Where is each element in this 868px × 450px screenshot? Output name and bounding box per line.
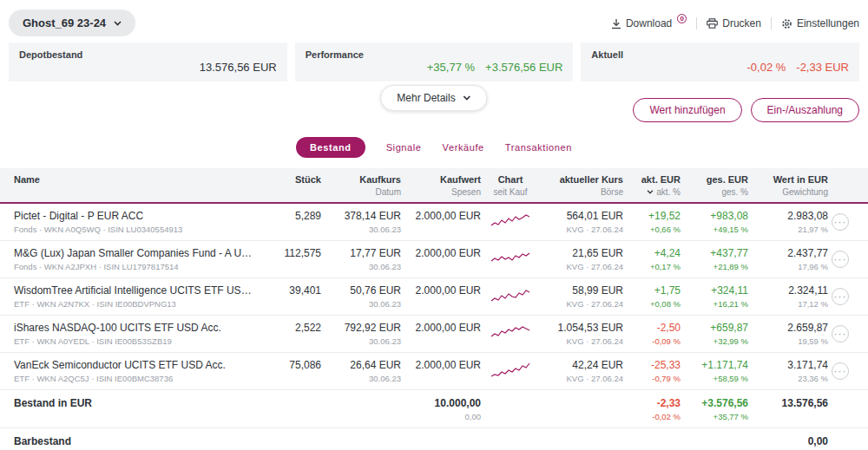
divider bbox=[696, 17, 697, 29]
akt-pct-value: -0,09 % bbox=[627, 336, 681, 346]
col-akt-eur[interactable]: akt. EUR akt. % bbox=[627, 174, 681, 197]
table-row: iShares NASDAQ-100 UCITS ETF USD Acc. ET… bbox=[0, 316, 868, 353]
boerse-info: KVG · 27.06.24 bbox=[540, 336, 623, 346]
col-chart: Chart seit Kauf bbox=[484, 174, 536, 197]
performance-value: +3.576,56 EUR bbox=[485, 61, 562, 74]
kaufkurs-value: 792,92 EUR bbox=[325, 322, 401, 334]
row-menu-button[interactable]: ··· bbox=[832, 213, 849, 231]
download-label: Download bbox=[626, 17, 672, 29]
summary-spesen: 0,00 bbox=[404, 412, 481, 421]
kurs-value: 21,65 EUR bbox=[540, 247, 623, 259]
row-menu-button[interactable]: ··· bbox=[832, 288, 849, 305]
gewichtung-value: 17,12 % bbox=[752, 299, 828, 309]
download-icon bbox=[611, 18, 621, 29]
tab-transaktionen[interactable]: Transaktionen bbox=[505, 142, 572, 153]
row-menu-button[interactable]: ··· bbox=[832, 325, 849, 342]
wert-value: 2.983,08 bbox=[752, 210, 828, 222]
kaufkurs-value: 17,77 EUR bbox=[325, 247, 401, 259]
kauf-datum: 30.06.23 bbox=[325, 374, 401, 383]
table-row: M&G (Lux) Japan Smaller Companies Fund -… bbox=[0, 241, 868, 278]
kaufwert-value: 2.000,00 EUR bbox=[404, 210, 481, 222]
position-name[interactable]: WisdomTree Artificial Intelligence UCITS… bbox=[14, 284, 257, 297]
tab-bar: Bestand Signale Verkäufe Transaktionen bbox=[0, 137, 868, 158]
kaufwert-value: 2.000,00 EUR bbox=[404, 322, 481, 334]
gear-icon bbox=[781, 18, 792, 29]
summary-ges-pct: +35,77 % bbox=[684, 412, 748, 421]
kauf-datum: 30.06.23 bbox=[325, 336, 401, 346]
positions-table: Name Stück Kaufkurs Datum Kaufwert Spese… bbox=[0, 168, 868, 450]
wert-hinzufuegen-button[interactable]: Wert hinzufügen bbox=[633, 98, 741, 122]
chevron-down-icon bbox=[464, 95, 471, 101]
download-button[interactable]: Download 0 bbox=[611, 17, 687, 29]
depot-value: 13.576,56 EUR bbox=[200, 61, 277, 74]
ges-eur-value: +324,11 bbox=[684, 284, 748, 297]
summary-row-barbestand: Barbestand 0,00 bbox=[0, 428, 868, 450]
sort-chevron-icon[interactable] bbox=[647, 190, 654, 194]
summary-label: Barbestand bbox=[14, 435, 264, 447]
wert-value: 3.171,74 bbox=[752, 359, 828, 371]
col-wert-in-eur: Wert in EUR Gewichtung bbox=[752, 174, 828, 197]
kaufwert-value: 2.000,00 EUR bbox=[404, 359, 481, 371]
printer-icon bbox=[707, 18, 718, 29]
akt-eur-value: +4,24 bbox=[627, 247, 681, 259]
chevron-down-icon bbox=[114, 21, 122, 26]
summary-wert: 0,00 bbox=[752, 435, 828, 447]
akt-pct-value: +0,08 % bbox=[627, 299, 681, 309]
ges-eur-value: +983,08 bbox=[684, 210, 748, 222]
summary-kaufwert: 10.000,00 bbox=[404, 397, 481, 409]
table-row: Pictet - Digital - P EUR ACC Fonds · WKN… bbox=[0, 204, 868, 241]
row-menu-button[interactable]: ··· bbox=[832, 251, 849, 268]
gewichtung-value: 21,97 % bbox=[752, 225, 828, 234]
col-ges-eur: ges. EUR ges. % bbox=[684, 174, 748, 197]
print-button[interactable]: Drucken bbox=[707, 17, 761, 29]
ein-auszahlung-button[interactable]: Ein-/Auszahlung bbox=[751, 98, 859, 122]
sparkline-chart bbox=[490, 287, 530, 304]
table-row: VanEck Semiconductor UCITS ETF USD Acc. … bbox=[0, 353, 868, 390]
ges-pct-value: +49,15 % bbox=[684, 225, 748, 234]
kauf-datum: 30.06.23 bbox=[325, 262, 401, 271]
ges-pct-value: +16,21 % bbox=[684, 299, 748, 309]
row-menu-button[interactable]: ··· bbox=[832, 362, 849, 380]
mehr-details-button[interactable]: Mehr Details bbox=[380, 85, 487, 111]
card-label: Aktuell bbox=[591, 49, 849, 60]
akt-eur-value: -2,50 bbox=[627, 322, 681, 334]
stueck-value: 5,289 bbox=[267, 210, 321, 222]
kurs-value: 42,24 EUR bbox=[540, 359, 623, 371]
akt-pct-value: +0,66 % bbox=[627, 225, 681, 234]
col-kaufwert: Kaufwert Spesen bbox=[404, 174, 481, 197]
portfolio-selector[interactable]: Ghost_69 23-24 bbox=[9, 10, 135, 36]
settings-label: Einstellungen bbox=[797, 17, 859, 29]
summary-akt-eur: -2,33 bbox=[627, 397, 681, 409]
stueck-value: 75,086 bbox=[267, 359, 321, 371]
akt-eur-value: -25,33 bbox=[627, 359, 681, 371]
ges-eur-value: +1.171,74 bbox=[684, 359, 748, 371]
summary-row-bestand: Bestand in EUR 10.000,000,00 -2,33-0,02 … bbox=[0, 390, 868, 428]
akt-eur-value: +1,75 bbox=[627, 284, 681, 297]
kaufkurs-value: 26,64 EUR bbox=[325, 359, 401, 371]
position-details: ETF · WKN A2QC5J · ISIN IE00BMC38736 bbox=[14, 374, 257, 383]
kaufkurs-value: 378,14 EUR bbox=[325, 210, 401, 222]
settings-button[interactable]: Einstellungen bbox=[781, 17, 859, 29]
tab-signale[interactable]: Signale bbox=[386, 142, 422, 153]
mehr-details-label: Mehr Details bbox=[397, 92, 455, 104]
ges-pct-value: +21,89 % bbox=[684, 262, 748, 271]
table-row: WisdomTree Artificial Intelligence UCITS… bbox=[0, 278, 868, 316]
kauf-datum: 30.06.23 bbox=[325, 299, 401, 309]
position-name[interactable]: iShares NASDAQ-100 UCITS ETF USD Acc. bbox=[14, 322, 257, 334]
summary-wert: 13.576,56 bbox=[752, 397, 828, 409]
kauf-datum: 30.06.23 bbox=[325, 225, 401, 234]
tab-bestand[interactable]: Bestand bbox=[296, 137, 365, 158]
boerse-info: KVG · 27.06.24 bbox=[540, 374, 623, 383]
kurs-value: 1.054,53 EUR bbox=[540, 322, 623, 334]
gewichtung-value: 19,59 % bbox=[752, 336, 828, 346]
col-stueck: Stück bbox=[267, 174, 321, 185]
performance-percent: +35,77 % bbox=[427, 61, 475, 74]
stueck-value: 112,575 bbox=[267, 247, 321, 259]
kaufwert-value: 2.000,00 EUR bbox=[404, 247, 481, 259]
position-name[interactable]: VanEck Semiconductor UCITS ETF USD Acc. bbox=[14, 359, 257, 371]
summary-label: Bestand in EUR bbox=[14, 397, 264, 409]
position-name[interactable]: Pictet - Digital - P EUR ACC bbox=[14, 210, 257, 222]
tab-verkaeufe[interactable]: Verkäufe bbox=[443, 142, 484, 153]
table-header: Name Stück Kaufkurs Datum Kaufwert Spese… bbox=[0, 168, 868, 204]
position-name[interactable]: M&G (Lux) Japan Smaller Companies Fund -… bbox=[14, 247, 257, 259]
